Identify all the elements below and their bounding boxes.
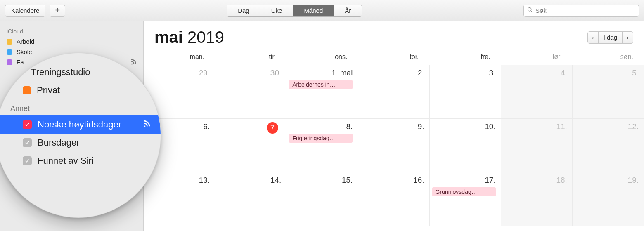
sidebar-item-bursdager[interactable]: Bursdager (0, 134, 161, 152)
calendar-color-swatch (7, 49, 12, 55)
weekday-label: søn. (573, 51, 644, 65)
day-cell[interactable]: 8.Frigjøringsdag… (286, 119, 358, 172)
weekday-header: man.tir.ons.tor.fre.lør.søn. (144, 51, 644, 65)
day-cell[interactable]: 19. (573, 172, 644, 226)
search-field[interactable] (523, 5, 639, 17)
day-number: 10. (432, 122, 496, 131)
month-title: mai 2019 (154, 28, 224, 47)
day-cell[interactable]: 16. (358, 172, 429, 226)
sidebar-zoom-overlay: Treningsstudio Privat Annet Norske høyti… (0, 53, 161, 218)
day-cell[interactable]: 11. (501, 119, 573, 172)
day-cell[interactable]: 7. (215, 119, 286, 172)
weekday-label: fre. (430, 51, 501, 65)
day-cell[interactable]: 30. (215, 65, 286, 119)
day-cell[interactable]: 14. (215, 172, 286, 226)
day-number: 15. (289, 176, 353, 185)
sidebar-item-label: Funnet av Siri (38, 156, 94, 166)
sidebar-group-icloud: iCloud (0, 25, 143, 36)
day-number: 1. mai (289, 68, 353, 78)
day-cell[interactable]: 3. (430, 65, 501, 119)
day-cell[interactable]: 4. (501, 65, 573, 119)
sidebar-item-label: Bursdager (38, 137, 80, 148)
day-cell[interactable]: 17.Grunnlovsdag… (430, 172, 501, 226)
day-number: 8. (289, 122, 353, 131)
search-input[interactable] (535, 7, 635, 14)
day-number: 11. (504, 122, 567, 131)
plus-icon: + (55, 6, 60, 15)
sidebar-item-funnet-av-siri[interactable]: Funnet av Siri (0, 152, 161, 170)
today-badge: 7 (267, 122, 278, 134)
day-cell[interactable]: 5. (573, 65, 644, 119)
day-number: 30. (218, 68, 281, 78)
sidebar-item-label: Treningsstudio (31, 67, 90, 78)
day-number: 4. (504, 68, 567, 78)
day-number: 9. (360, 122, 424, 131)
event-pill[interactable]: Arbeidernes in… (289, 80, 353, 89)
weekday-label: lør. (501, 51, 573, 65)
day-cell[interactable]: 13. (144, 172, 215, 226)
day-cell[interactable]: 15. (286, 172, 358, 226)
view-week[interactable]: Uke (260, 5, 294, 16)
month-navigation: ‹ I dag › (587, 31, 633, 44)
day-number: 18. (504, 176, 567, 185)
day-number: 13. (146, 176, 210, 185)
day-cell[interactable]: 9. (358, 119, 429, 172)
view-year[interactable]: År (334, 5, 362, 16)
chevron-right-icon: › (627, 34, 629, 41)
day-cell[interactable]: 1. maiArbeidernes in… (286, 65, 358, 119)
day-cell[interactable]: 2. (358, 65, 429, 119)
chevron-left-icon: ‹ (592, 34, 594, 41)
weekday-label: ons. (286, 51, 358, 65)
checkbox-checked-icon[interactable] (23, 120, 32, 129)
day-number: 16. (360, 176, 424, 185)
calendars-button[interactable]: Kalendere (5, 5, 45, 17)
sidebar-item-label: Privat (37, 85, 60, 96)
search-icon (527, 7, 535, 14)
day-number: 14. (218, 176, 281, 185)
sidebar-item-label: Fa (17, 59, 24, 66)
weekday-label: tor. (358, 51, 429, 65)
toolbar: Kalendere + Dag Uke Måned År (0, 0, 644, 21)
sidebar-item-norske-hoytidsdager[interactable]: Norske høytidsdager (0, 116, 161, 134)
view-day[interactable]: Dag (227, 5, 260, 16)
day-number: 29. (146, 68, 210, 78)
view-month[interactable]: Måned (293, 5, 334, 16)
day-number: 3. (432, 68, 496, 78)
event-pill[interactable]: Frigjøringsdag… (289, 134, 353, 143)
shared-icon (130, 58, 137, 66)
day-number: 17. (432, 176, 496, 185)
weekday-label: tir. (215, 51, 286, 65)
day-number-suffix: . (279, 123, 281, 132)
day-cell[interactable]: 10. (430, 119, 501, 172)
calendar-color-swatch (23, 86, 31, 94)
calendar-main: mai 2019 ‹ I dag › man.tir.ons.tor.fre.l… (144, 21, 644, 231)
view-switcher: Dag Uke Måned År (227, 5, 362, 17)
sidebar-item-privat[interactable]: Privat (0, 81, 161, 99)
day-number: 12. (575, 122, 639, 131)
today-button[interactable]: I dag (599, 32, 623, 43)
sidebar-item-arbeid[interactable]: Arbeid (0, 36, 143, 47)
day-cell[interactable]: 18. (501, 172, 573, 226)
sidebar-item-label: Arbeid (17, 38, 34, 45)
sidebar-item-label: Norske høytidsdager (38, 119, 121, 130)
shared-icon (142, 119, 152, 130)
calendar-color-swatch (7, 59, 12, 65)
month-grid: 29.30.1. maiArbeidernes in…2.3.4.5.6.7.8… (144, 65, 644, 226)
calendar-color-swatch (7, 39, 12, 45)
weekday-label: man. (144, 51, 215, 65)
add-button[interactable]: + (50, 5, 65, 17)
day-number: 19. (575, 176, 639, 185)
day-number: 2. (360, 68, 424, 78)
day-cell[interactable]: 12. (573, 119, 644, 172)
prev-month-button[interactable]: ‹ (588, 32, 599, 43)
day-number: 5. (575, 68, 639, 78)
checkbox-checked-icon[interactable] (23, 138, 32, 147)
sidebar-item-label: Skole (17, 48, 32, 55)
next-month-button[interactable]: › (623, 32, 633, 43)
sidebar-group-annet: Annet (0, 99, 161, 116)
event-pill[interactable]: Grunnlovsdag… (432, 187, 496, 196)
checkbox-checked-icon[interactable] (23, 156, 32, 165)
